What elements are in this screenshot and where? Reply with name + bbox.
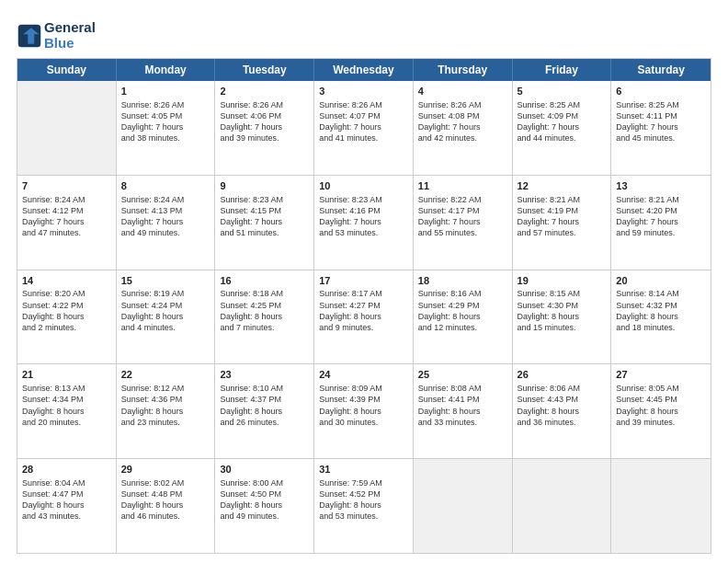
cell-info-line: and 26 minutes. [220, 417, 309, 428]
cell-info-line: Sunset: 4:06 PM [220, 110, 309, 121]
day-number: 1 [121, 85, 210, 98]
cell-info-line: Sunrise: 8:17 AM [319, 288, 408, 299]
day-number: 31 [319, 463, 408, 477]
cell-info-line: Daylight: 8 hours [418, 406, 507, 417]
cell-info-line: Daylight: 8 hours [121, 500, 210, 511]
cell-info-line: Sunrise: 8:21 AM [518, 194, 607, 205]
day-number: 10 [319, 179, 408, 193]
calendar-row: 21Sunrise: 8:13 AMSunset: 4:34 PMDayligh… [17, 364, 711, 459]
cell-info-line: and 38 minutes. [121, 132, 210, 144]
cell-info-line: Sunrise: 8:24 AM [22, 194, 111, 205]
cell-info-line: Sunset: 4:48 PM [121, 488, 210, 500]
cell-info-line: and 9 minutes. [319, 322, 408, 333]
cell-info-line: Sunset: 4:39 PM [319, 394, 408, 405]
cell-info-line: Daylight: 8 hours [616, 406, 706, 417]
calendar-row: 28Sunrise: 8:04 AMSunset: 4:47 PMDayligh… [17, 459, 711, 553]
cell-info-line: Sunset: 4:37 PM [220, 394, 309, 405]
cell-info-line: Daylight: 7 hours [121, 121, 210, 132]
cell-info-line: Daylight: 7 hours [319, 216, 408, 227]
cell-info-line: Sunrise: 8:12 AM [121, 383, 210, 394]
day-number: 27 [616, 368, 706, 382]
cell-info-line: Daylight: 8 hours [518, 311, 607, 322]
cell-info-line: Daylight: 8 hours [220, 406, 309, 417]
cell-info-line: Sunset: 4:12 PM [22, 205, 111, 216]
cell-info-line: Sunset: 4:29 PM [418, 300, 507, 311]
cell-info-line: Sunrise: 8:26 AM [220, 99, 309, 110]
cell-info-line: Sunrise: 8:08 AM [418, 383, 507, 394]
day-number: 9 [220, 179, 309, 193]
calendar-cell: 13Sunrise: 8:21 AMSunset: 4:20 PMDayligh… [611, 176, 711, 270]
cell-info-line: and 55 minutes. [418, 227, 507, 238]
cell-info-line: Daylight: 7 hours [418, 216, 507, 227]
cell-info-line: Daylight: 8 hours [22, 311, 111, 322]
calendar-cell: 19Sunrise: 8:15 AMSunset: 4:30 PMDayligh… [513, 270, 612, 364]
cell-info-line: Sunset: 4:27 PM [319, 300, 408, 311]
cell-info-line: Sunrise: 8:22 AM [418, 194, 507, 205]
day-number: 23 [220, 368, 309, 382]
day-number: 12 [518, 179, 607, 193]
cell-info-line: Daylight: 7 hours [616, 216, 706, 227]
calendar-cell: 24Sunrise: 8:09 AMSunset: 4:39 PMDayligh… [314, 364, 414, 458]
cell-info-line: Sunrise: 8:09 AM [319, 383, 408, 394]
logo-text: General Blue [44, 20, 96, 51]
cell-info-line: Daylight: 7 hours [518, 121, 607, 132]
calendar-cell: 28Sunrise: 8:04 AMSunset: 4:47 PMDayligh… [17, 459, 117, 553]
cell-info-line: Sunset: 4:30 PM [518, 300, 607, 311]
day-number: 22 [121, 368, 210, 382]
calendar-cell: 10Sunrise: 8:23 AMSunset: 4:16 PMDayligh… [314, 176, 414, 270]
cell-info-line: Sunset: 4:43 PM [518, 394, 607, 405]
cell-info-line: Daylight: 8 hours [319, 406, 408, 417]
cell-info-line: and 41 minutes. [319, 132, 408, 144]
day-number: 17 [319, 274, 408, 288]
cell-info-line: Sunset: 4:47 PM [22, 488, 111, 500]
header: General Blue [17, 17, 711, 51]
cell-info-line: Sunrise: 8:06 AM [518, 383, 607, 394]
calendar-cell: 9Sunrise: 8:23 AMSunset: 4:15 PMDaylight… [215, 176, 314, 270]
cell-info-line: Daylight: 7 hours [220, 216, 309, 227]
day-number: 20 [616, 274, 706, 288]
calendar-cell: 12Sunrise: 8:21 AMSunset: 4:19 PMDayligh… [513, 176, 612, 270]
cell-info-line: Daylight: 7 hours [121, 216, 210, 227]
weekday-header: Monday [117, 59, 216, 81]
day-number: 29 [121, 463, 210, 477]
day-number: 5 [518, 85, 607, 98]
day-number: 6 [616, 85, 706, 98]
cell-info-line: Daylight: 8 hours [220, 500, 309, 511]
cell-info-line: Daylight: 8 hours [518, 406, 607, 417]
cell-info-line: Sunset: 4:25 PM [220, 300, 309, 311]
cell-info-line: and 51 minutes. [220, 227, 309, 238]
cell-info-line: Sunset: 4:09 PM [518, 110, 607, 121]
calendar-cell: 22Sunrise: 8:12 AMSunset: 4:36 PMDayligh… [117, 364, 216, 458]
cell-info-line: Sunset: 4:50 PM [220, 488, 309, 500]
cell-info-line: and 46 minutes. [121, 511, 210, 522]
calendar-cell [17, 81, 117, 175]
cell-info-line: Daylight: 8 hours [319, 500, 408, 511]
cell-info-line: Daylight: 8 hours [319, 311, 408, 322]
cell-info-line: and 36 minutes. [518, 417, 607, 428]
cell-info-line: Sunrise: 8:19 AM [121, 288, 210, 299]
cell-info-line: Sunrise: 8:26 AM [319, 99, 408, 110]
weekday-header: Tuesday [215, 59, 314, 81]
day-number: 24 [319, 368, 408, 382]
cell-info-line: Sunset: 4:15 PM [220, 205, 309, 216]
logo: General Blue [17, 20, 96, 51]
cell-info-line: and 23 minutes. [121, 417, 210, 428]
cell-info-line: Daylight: 7 hours [616, 121, 706, 132]
day-number: 4 [418, 85, 507, 98]
cell-info-line: and 45 minutes. [616, 132, 706, 144]
weekday-header: Thursday [414, 59, 513, 81]
cell-info-line: Sunset: 4:41 PM [418, 394, 507, 405]
cell-info-line: Daylight: 8 hours [616, 311, 706, 322]
cell-info-line: Sunset: 4:05 PM [121, 110, 210, 121]
calendar-cell: 16Sunrise: 8:18 AMSunset: 4:25 PMDayligh… [215, 270, 314, 364]
calendar-cell [414, 459, 513, 553]
calendar-cell: 11Sunrise: 8:22 AMSunset: 4:17 PMDayligh… [414, 176, 513, 270]
cell-info-line: Sunset: 4:19 PM [518, 205, 607, 216]
cell-info-line: Daylight: 8 hours [22, 406, 111, 417]
cell-info-line: Sunrise: 8:10 AM [220, 383, 309, 394]
cell-info-line: Daylight: 8 hours [121, 311, 210, 322]
cell-info-line: Sunset: 4:34 PM [22, 394, 111, 405]
calendar-cell: 20Sunrise: 8:14 AMSunset: 4:32 PMDayligh… [611, 270, 711, 364]
cell-info-line: and 39 minutes. [616, 417, 706, 428]
cell-info-line: and 33 minutes. [418, 417, 507, 428]
